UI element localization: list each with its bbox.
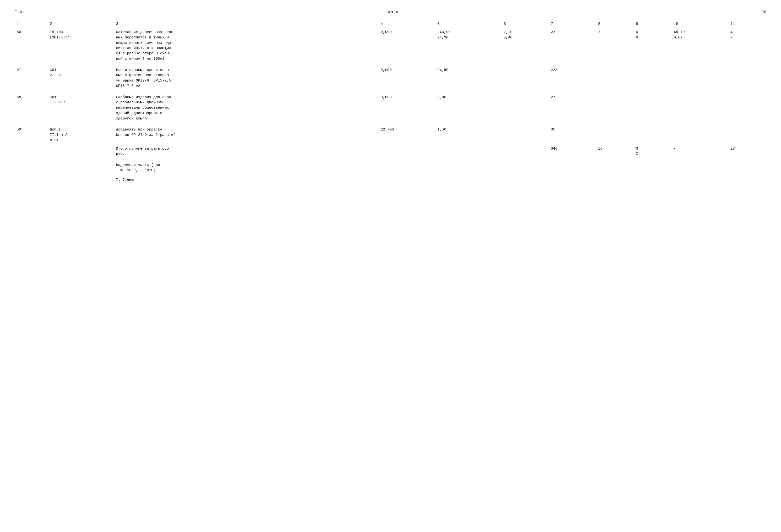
cell-r4-c5 xyxy=(501,145,549,159)
table-row: 59Доп.III.I ч.2п.24Добавлять при окраске… xyxy=(15,123,766,144)
cell-r5-c8 xyxy=(634,158,672,175)
cell-r4-c6: 348 xyxy=(549,145,596,159)
col-header-3: 3 xyxy=(114,20,379,28)
col-header-11: 11 xyxy=(729,20,766,28)
cell-r6-c8 xyxy=(634,175,672,184)
col-header-4: 4 xyxy=(379,20,436,28)
cell-r3-c0: 59 xyxy=(15,123,48,144)
cell-r3-c10 xyxy=(729,123,766,144)
table-row: 57СП12-2-2IБлоки оконные одностворч-ные … xyxy=(15,63,766,90)
cell-r5-c9 xyxy=(672,158,729,175)
cell-r5-c10 xyxy=(729,158,766,175)
cell-r0-c7: 2 xyxy=(596,28,634,63)
cell-r0-c2: Остекление деревянных окон-ных переплето… xyxy=(114,28,379,63)
table-row: Надземная часть (приТ = -30°С, - 40°С) xyxy=(15,158,766,175)
cell-r0-c1: I5-703(20I-I-34) xyxy=(48,28,114,63)
cell-r1-c2: Блоки оконные одностворч-ные с форточным… xyxy=(114,63,379,90)
cell-r3-c3: 22,700 xyxy=(379,123,436,144)
header-right: 96 xyxy=(762,10,766,14)
cell-r3-c5 xyxy=(501,123,549,144)
cell-r1-c4: 24,50 xyxy=(435,63,501,90)
cell-r6-c4 xyxy=(435,175,501,184)
cell-r0-c8: 00 xyxy=(634,28,672,63)
cell-r5-c2: Надземная часть (приТ = -30°С, - 40°С) xyxy=(114,158,379,175)
cell-r4-c10: 23 xyxy=(729,145,766,159)
cell-r3-c7 xyxy=(596,123,634,144)
cell-r4-c7: I6 xyxy=(596,145,634,159)
cell-r1-c1: СП12-2-2I xyxy=(48,63,114,90)
cell-r6-c3 xyxy=(379,175,436,184)
cell-r1-c3: 9,000 xyxy=(379,63,436,90)
data-table: 1 2 3 4 5 6 7 8 9 10 11 56I5-703(20I-I-3… xyxy=(15,20,766,184)
column-header-row: 1 2 3 4 5 6 7 8 9 10 11 xyxy=(15,20,766,28)
cell-r3-c9 xyxy=(672,123,729,144)
cell-r1-c5 xyxy=(501,63,549,90)
cell-r0-c6: 22 xyxy=(549,28,596,63)
cell-r5-c5 xyxy=(501,158,549,175)
cell-r6-c10 xyxy=(729,175,766,184)
cell-r2-c9 xyxy=(672,90,729,123)
cell-r2-c10 xyxy=(729,90,766,123)
cell-r2-c3: 9,000 xyxy=(379,90,436,123)
table-row: 56I5-703(20I-I-34)Остекление деревянных … xyxy=(15,28,766,63)
cell-r0-c3: 0,000 xyxy=(379,28,436,63)
cell-r6-c2: 7. Стены xyxy=(114,175,379,184)
cell-r2-c2: Скобяные изделия для оконс раздельными д… xyxy=(114,90,379,123)
cell-r1-c9 xyxy=(672,63,729,90)
col-header-8: 8 xyxy=(596,20,634,28)
cell-r2-c7 xyxy=(596,90,634,123)
cell-r4-c8: 3I xyxy=(634,145,672,159)
col-header-1: 1 xyxy=(15,20,48,28)
cell-r4-c3 xyxy=(379,145,436,159)
table-row: Итого прямые затраты руб. руб.348I63I-23 xyxy=(15,145,766,159)
cell-r2-c5 xyxy=(501,90,549,123)
col-header-6: 6 xyxy=(501,20,549,28)
col-header-10: 10 xyxy=(672,20,729,28)
cell-r1-c8 xyxy=(634,63,672,90)
cell-r4-c0 xyxy=(15,145,48,159)
cell-r3-c2: Добавлять при окраскеблоков ОР 2I-9 за 2… xyxy=(114,123,379,144)
cell-r6-c0 xyxy=(15,175,48,184)
cell-r3-c8 xyxy=(634,123,672,144)
cell-r0-c9: 45,700,62 xyxy=(672,28,729,63)
cell-r6-c9 xyxy=(672,175,729,184)
cell-r5-c1 xyxy=(48,158,114,175)
cell-r1-c7 xyxy=(596,63,634,90)
cell-r5-c0 xyxy=(15,158,48,175)
cell-r6-c6 xyxy=(549,175,596,184)
header-left: Т.п. xyxy=(15,10,25,14)
cell-r0-c4: 243,0024,90 xyxy=(435,28,501,63)
cell-r2-c1: СП1I-I-4I7 xyxy=(48,90,114,123)
cell-r3-c4: I,56 xyxy=(435,123,501,144)
col-header-9: 9 xyxy=(634,20,672,28)
cell-r5-c4 xyxy=(435,158,501,175)
cell-r0-c0: 56 xyxy=(15,28,48,63)
main-table-wrapper: 1 2 3 4 5 6 7 8 9 10 11 56I5-703(20I-I-3… xyxy=(15,20,766,184)
cell-r2-c0: 58 xyxy=(15,90,48,123)
cell-r6-c5 xyxy=(501,175,549,184)
cell-r1-c0: 57 xyxy=(15,63,48,90)
table-row: 7. Стены xyxy=(15,175,766,184)
header-center: Ал.4 xyxy=(388,10,398,14)
table-row: 58СП1I-I-4I7Скобяные изделия для оконс р… xyxy=(15,90,766,123)
cell-r4-c9: - xyxy=(672,145,729,159)
cell-r1-c10 xyxy=(729,63,766,90)
cell-r2-c4: 3,00 xyxy=(435,90,501,123)
cell-r3-c6: 35 xyxy=(549,123,596,144)
cell-r5-c3 xyxy=(379,158,436,175)
cell-r0-c5: 2,100,48 xyxy=(501,28,549,63)
col-header-2: 2 xyxy=(48,20,114,28)
cell-r6-c7 xyxy=(596,175,634,184)
cell-r4-c2: Итого прямые затраты руб. руб. xyxy=(114,145,379,159)
col-header-7: 7 xyxy=(549,20,596,28)
cell-r5-c7 xyxy=(596,158,634,175)
col-header-5: 5 xyxy=(435,20,501,28)
cell-r2-c6: 27 xyxy=(549,90,596,123)
cell-r2-c8 xyxy=(634,90,672,123)
cell-r6-c1 xyxy=(48,175,114,184)
cell-r3-c1: Доп.III.I ч.2п.24 xyxy=(48,123,114,144)
cell-r1-c6: 223 xyxy=(549,63,596,90)
cell-r5-c6 xyxy=(549,158,596,175)
cell-r4-c4 xyxy=(435,145,501,159)
cell-r0-c10: 40 xyxy=(729,28,766,63)
